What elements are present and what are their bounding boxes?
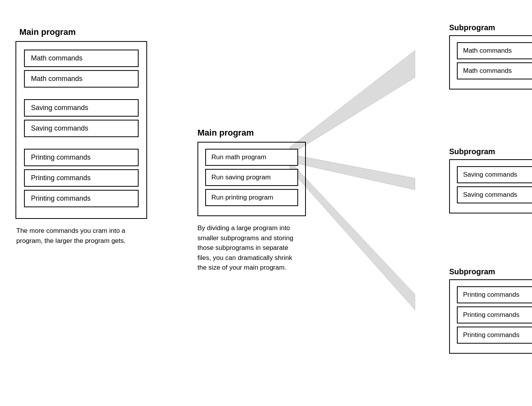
right-section: Main program Run math program Run saving… xyxy=(178,15,517,395)
svg-marker-2 xyxy=(290,161,415,310)
page: Main program Math commands Math commands… xyxy=(0,0,532,406)
svg-marker-0 xyxy=(290,50,415,155)
subprogram-printing-cmd-2: Printing commands xyxy=(457,306,532,323)
center-main-program-box: Run math program Run saving program Run … xyxy=(197,142,306,216)
run-printing-cmd: Run printing program xyxy=(205,189,298,206)
center-main-program: Main program Run math program Run saving… xyxy=(197,128,306,273)
subprogram-saving-title: Subprogram xyxy=(449,147,532,156)
left-printing-cmd-3: Printing commands xyxy=(24,190,139,207)
left-main-program-box: Math commands Math commands Saving comma… xyxy=(15,41,147,219)
subprogram-math: Subprogram Math commands Math commands xyxy=(449,23,532,89)
run-saving-cmd: Run saving program xyxy=(205,169,298,186)
subprogram-math-box: Math commands Math commands xyxy=(449,35,532,89)
left-saving-cmd-1: Saving commands xyxy=(24,99,139,117)
subprogram-saving-cmd-1: Saving commands xyxy=(457,166,532,183)
subprogram-saving: Subprogram Saving commands Saving comman… xyxy=(449,147,532,213)
subprogram-printing-title: Subprogram xyxy=(449,267,532,276)
left-panel: Main program Math commands Math commands… xyxy=(15,15,163,246)
subprogram-math-cmd-1: Math commands xyxy=(457,42,532,59)
left-main-program-title: Main program xyxy=(15,27,163,37)
left-printing-cmd-1: Printing commands xyxy=(24,149,139,166)
center-main-program-title: Main program xyxy=(197,128,306,138)
subprogram-printing-cmd-1: Printing commands xyxy=(457,286,532,303)
left-math-cmd-1: Math commands xyxy=(24,50,139,67)
left-math-cmd-2: Math commands xyxy=(24,70,139,88)
subprogram-saving-cmd-2: Saving commands xyxy=(457,186,532,203)
run-math-cmd: Run math program xyxy=(205,149,298,166)
subprogram-printing-cmd-3: Printing commands xyxy=(457,327,532,344)
left-printing-cmd-2: Printing commands xyxy=(24,169,139,187)
center-caption: By dividing a large program into smaller… xyxy=(197,223,302,273)
subprogram-printing: Subprogram Printing commands Printing co… xyxy=(449,267,532,354)
subprogram-math-cmd-2: Math commands xyxy=(457,62,532,79)
subprogram-printing-box: Printing commands Printing commands Prin… xyxy=(449,279,532,354)
left-saving-cmd-2: Saving commands xyxy=(24,120,139,137)
svg-marker-1 xyxy=(290,154,415,190)
subprogram-saving-box: Saving commands Saving commands xyxy=(449,159,532,213)
subprogram-math-title: Subprogram xyxy=(449,23,532,32)
left-caption: The more commands you cram into a progra… xyxy=(15,226,147,246)
